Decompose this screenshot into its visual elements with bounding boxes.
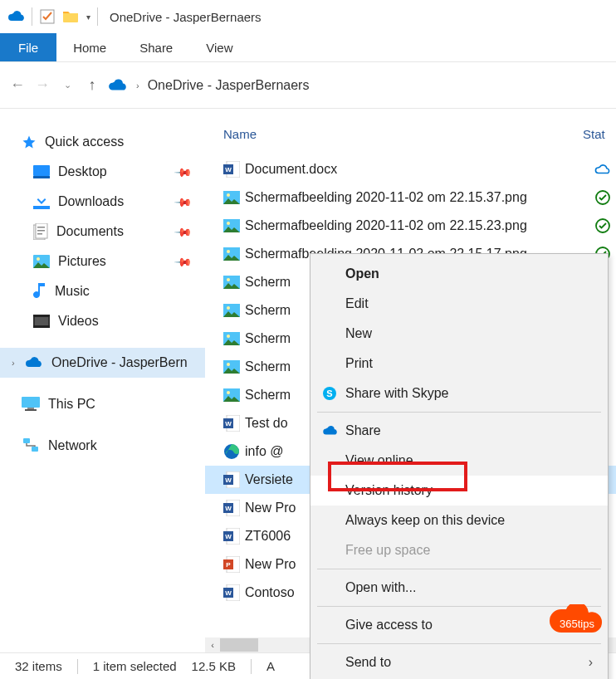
address-bar[interactable]: › OneDrive - JasperBernaers <box>108 78 309 93</box>
context-menu-item[interactable]: Always keep on this device <box>310 506 608 535</box>
sidebar-item-label: Desktop <box>58 164 107 179</box>
onedrive-icon <box>5 10 28 23</box>
column-status[interactable]: Stat <box>583 127 616 141</box>
scroll-left-icon[interactable]: ‹ <box>205 640 220 650</box>
onedrive-icon <box>108 78 128 93</box>
ribbon-tabs: File Home Share View <box>0 33 616 62</box>
status-size: 12.5 KB <box>192 659 236 673</box>
column-headers[interactable]: Name Stat <box>205 127 616 152</box>
pin-icon: 📌 <box>174 192 193 211</box>
sidebar-item-downloads[interactable]: Downloads 📌 <box>0 187 205 217</box>
music-icon <box>33 283 46 300</box>
svg-point-30 <box>227 250 230 253</box>
file-type-icon <box>223 217 245 234</box>
nav-toolbar: ← → ⌄ ↑ › OneDrive - JasperBernaers <box>0 62 616 108</box>
svg-point-33 <box>227 278 230 281</box>
file-type-icon: W <box>223 528 245 545</box>
sidebar-item-label: Network <box>48 438 97 453</box>
sidebar-item-documents[interactable]: Documents 📌 <box>0 217 205 247</box>
svg-rect-19 <box>32 447 38 452</box>
file-row[interactable]: Schermafbeelding 2020-11-02 om 22.15.37.… <box>205 183 616 212</box>
chevron-right-icon[interactable]: › <box>12 358 22 368</box>
sidebar-item-pictures[interactable]: Pictures 📌 <box>0 247 205 276</box>
recent-dropdown[interactable]: ⌄ <box>55 80 80 90</box>
svg-text:W: W <box>225 505 232 512</box>
file-type-icon <box>223 330 245 347</box>
context-menu-item: Free up space <box>310 535 608 565</box>
context-menu-item[interactable]: New <box>310 319 608 349</box>
sidebar-item-videos[interactable]: Videos <box>0 306 205 336</box>
file-type-icon <box>223 189 245 206</box>
svg-rect-16 <box>27 408 34 409</box>
context-menu-label: Share <box>345 423 593 438</box>
context-menu-separator <box>317 569 601 569</box>
sidebar-item-onedrive[interactable]: › OneDrive - JasperBern <box>0 348 205 378</box>
file-type-icon: W <box>223 161 245 178</box>
context-menu-label: Share with Skype <box>345 386 593 401</box>
context-menu-label: New <box>345 326 593 341</box>
sidebar-item-network[interactable]: Network <box>0 431 205 461</box>
column-name[interactable]: Name <box>223 127 583 141</box>
pictures-icon <box>33 255 50 268</box>
up-button[interactable]: ↑ <box>80 76 105 94</box>
folder-icon <box>59 10 82 23</box>
tab-view[interactable]: View <box>189 33 249 61</box>
sidebar-item-label: Documents <box>56 224 124 239</box>
context-menu-label: Edit <box>345 296 593 311</box>
context-menu-item[interactable]: View online <box>310 446 608 476</box>
sidebar-item-music[interactable]: Music <box>0 276 205 306</box>
context-menu-item[interactable]: Share <box>310 416 608 446</box>
tab-home[interactable]: Home <box>56 33 123 61</box>
badge-text: 365tips <box>560 618 594 630</box>
file-type-icon <box>223 359 245 375</box>
context-menu-item[interactable]: Open <box>310 259 608 289</box>
svg-rect-15 <box>22 397 40 408</box>
sidebar-item-thispc[interactable]: This PC <box>0 389 205 419</box>
sidebar: Quick access Desktop 📌 Downloads 📌 Docum… <box>0 109 205 679</box>
network-icon <box>22 438 40 453</box>
svg-rect-1 <box>33 165 50 176</box>
context-menu-item[interactable]: Send to› <box>310 647 608 677</box>
onedrive-icon <box>25 356 43 369</box>
svg-rect-7 <box>37 230 45 232</box>
status-selected: 1 item selected <box>93 659 177 673</box>
breadcrumb-root[interactable]: OneDrive - JasperBernaers <box>148 78 310 93</box>
documents-icon <box>33 223 48 240</box>
file-type-icon <box>223 246 245 262</box>
status-item-count: 32 items <box>15 659 62 673</box>
status-available: A <box>266 659 275 673</box>
pin-icon: 📌 <box>174 162 193 181</box>
context-menu-separator <box>317 412 601 413</box>
context-menu-item[interactable]: Edit <box>310 289 608 319</box>
scrollbar-thumb[interactable] <box>220 638 258 652</box>
back-button[interactable]: ← <box>5 76 30 94</box>
sidebar-item-desktop[interactable]: Desktop 📌 <box>0 157 205 187</box>
checkbox-icon[interactable] <box>36 9 59 24</box>
file-row[interactable]: Schermafbeelding 2020-11-02 om 22.15.23.… <box>205 212 616 240</box>
context-menu-item[interactable]: Open with... <box>310 573 608 603</box>
svg-point-27 <box>227 222 230 225</box>
context-menu-item[interactable]: SShare with Skype <box>310 379 608 408</box>
context-menu-label: Version history <box>345 483 593 498</box>
tab-share[interactable]: Share <box>123 33 189 61</box>
pin-icon: 📌 <box>174 252 193 271</box>
dropdown-icon[interactable]: ▾ <box>82 12 94 22</box>
sidebar-item-label: Downloads <box>58 194 124 209</box>
sidebar-quick-access[interactable]: Quick access <box>0 127 205 157</box>
forward-button: → <box>30 76 55 94</box>
svg-rect-13 <box>33 315 50 317</box>
sidebar-item-label: OneDrive - JasperBern <box>51 355 188 370</box>
tab-file[interactable]: File <box>0 33 56 61</box>
file-type-icon: W <box>223 584 245 601</box>
context-menu-label: Send to <box>345 655 589 670</box>
context-menu-label: Free up space <box>345 543 593 558</box>
svg-rect-17 <box>25 409 37 411</box>
svg-point-10 <box>37 257 40 261</box>
sidebar-item-label: Pictures <box>58 254 106 269</box>
file-row[interactable]: WDocument.docx <box>205 155 616 183</box>
context-menu-item[interactable]: Version history <box>310 476 608 506</box>
sidebar-item-label: This PC <box>48 397 95 412</box>
chevron-right-icon: › <box>589 655 593 670</box>
context-menu-item[interactable]: Print <box>310 349 608 379</box>
file-type-icon: P <box>223 556 245 573</box>
